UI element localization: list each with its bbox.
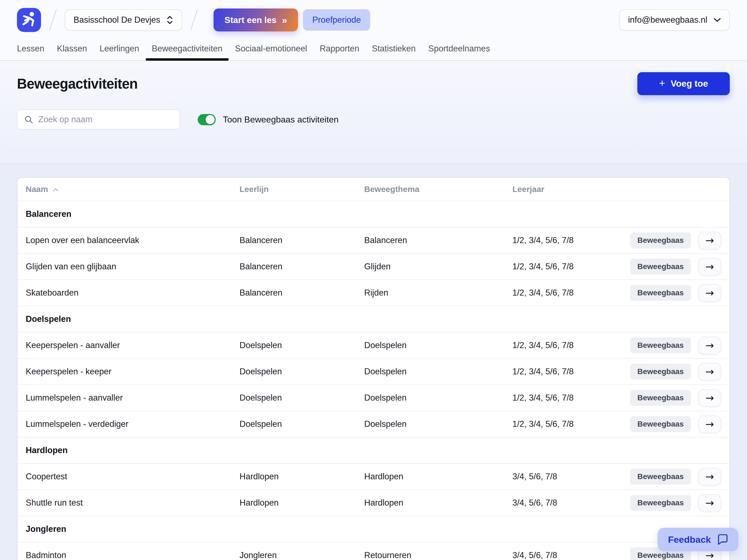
feedback-button[interactable]: Feedback — [658, 528, 738, 551]
column-header-naam[interactable]: Naam — [26, 184, 239, 194]
beweegbaas-badge: Beweegbaas — [630, 232, 691, 248]
beweegbaas-badge: Beweegbaas — [630, 469, 691, 485]
activity-name: Lopen over een balanceervlak — [26, 235, 239, 245]
group-name: Doelspelen — [26, 314, 239, 324]
open-activity-button[interactable]: → — [698, 337, 721, 354]
activities-table: Naam Leerlijn Beweegthema Leerjaar Balan… — [17, 177, 730, 560]
activity-leerlijn: Hardlopen — [239, 498, 364, 508]
activity-leerjaar: 1/2, 3/4, 5/6, 7/8 — [512, 393, 630, 403]
plus-icon: + — [659, 77, 665, 89]
column-header-leerlijn[interactable]: Leerlijn — [239, 184, 364, 194]
start-lesson-button[interactable]: Start een les » — [213, 8, 298, 31]
activity-beweegthema: Hardlopen — [364, 498, 512, 508]
table-row[interactable]: BadmintonJonglerenRetourneren3/4, 5/6, 7… — [18, 542, 729, 560]
tab-klassen[interactable]: Klassen — [57, 37, 87, 60]
tab-rapporten[interactable]: Rapporten — [319, 37, 359, 60]
activity-leerjaar: 1/2, 3/4, 5/6, 7/8 — [512, 288, 630, 298]
tab-sportdeelnames[interactable]: Sportdeelnames — [428, 37, 490, 60]
table-row[interactable]: Lummelspelen - verdedigerDoelspelenDoels… — [18, 411, 729, 437]
start-lesson-label: Start een les — [225, 15, 277, 25]
activity-leerlijn: Hardlopen — [239, 472, 364, 482]
arrow-right-icon: → — [705, 365, 714, 378]
table-row[interactable]: CoopertestHardlopenHardlopen3/4, 5/6, 7/… — [18, 463, 729, 489]
arrow-right-icon: → — [705, 339, 714, 351]
activity-leerlijn: Balanceren — [239, 235, 364, 245]
beweegbaas-badge: Beweegbaas — [630, 364, 691, 380]
tab-beweegactiviteiten[interactable]: Beweegactiviteiten — [152, 37, 223, 60]
table-row[interactable]: Shuttle run testHardlopenHardlopen3/4, 5… — [18, 489, 729, 516]
activity-leerjaar: 3/4, 5/6, 7/8 — [512, 472, 630, 482]
add-activity-label: Voeg toe — [671, 78, 708, 89]
sort-asc-icon — [52, 188, 58, 192]
activity-name: Lummelspelen - aanvaller — [26, 393, 239, 403]
column-header-beweegthema[interactable]: Beweegthema — [364, 184, 512, 194]
beweegbaas-badge: Beweegbaas — [630, 416, 691, 432]
activity-beweegthema: Doelspelen — [364, 367, 512, 377]
activity-name: Keeperspelen - aanvaller — [26, 340, 239, 350]
topbar: Basisschool De Devjes Start een les » Pr… — [0, 0, 747, 37]
beweegbaas-badge: Beweegbaas — [630, 285, 691, 301]
tab-lessen[interactable]: Lessen — [17, 37, 44, 60]
beweegbaas-logo[interactable] — [17, 8, 41, 32]
activity-beweegthema: Balanceren — [364, 235, 512, 245]
search-box — [17, 109, 180, 130]
app-header: Basisschool De Devjes Start een les » Pr… — [0, 0, 747, 61]
search-input[interactable] — [38, 114, 173, 124]
arrow-right-icon: → — [705, 470, 714, 483]
activity-leerjaar: 1/2, 3/4, 5/6, 7/8 — [512, 419, 630, 429]
tab-leerlingen[interactable]: Leerlingen — [100, 37, 139, 60]
runner-icon — [21, 11, 37, 29]
open-activity-button[interactable]: → — [698, 389, 721, 407]
arrow-right-icon: → — [705, 497, 714, 509]
open-activity-button[interactable]: → — [698, 415, 721, 433]
arrow-right-icon: → — [705, 392, 714, 404]
table-row[interactable]: Keeperspelen - keeperDoelspelenDoelspele… — [18, 358, 729, 384]
tab-sociaal-emotioneel[interactable]: Sociaal-emotioneel — [235, 37, 307, 60]
table-row[interactable]: Lummelspelen - aanvallerDoelspelenDoelsp… — [18, 384, 729, 411]
table-row[interactable]: Keeperspelen - aanvallerDoelspelenDoelsp… — [18, 332, 729, 358]
school-selector[interactable]: Basisschool De Devjes — [65, 9, 182, 31]
arrow-right-icon: → — [705, 234, 714, 246]
activity-leerlijn: Jongleren — [239, 551, 364, 560]
activity-beweegthema: Hardlopen — [364, 472, 512, 482]
arrow-right-icon: → — [705, 418, 714, 430]
account-email: info@beweegbaas.nl — [628, 15, 707, 25]
open-activity-button[interactable]: → — [698, 284, 721, 302]
toggle-label: Toon Beweegbaas activiteiten — [223, 114, 338, 125]
table-body: BalancerenLopen over een balanceervlakBa… — [18, 201, 729, 560]
activity-name: Shuttle run test — [26, 498, 239, 508]
add-activity-button[interactable]: + Voeg toe — [637, 72, 730, 95]
divider-slash — [49, 9, 57, 31]
activity-beweegthema: Doelspelen — [364, 419, 512, 429]
activity-name: Keeperspelen - keeper — [26, 367, 239, 377]
activity-leerlijn: Doelspelen — [239, 340, 364, 350]
activity-beweegthema: Retourneren — [364, 551, 512, 560]
open-activity-button[interactable]: → — [698, 232, 721, 249]
activity-leerjaar: 1/2, 3/4, 5/6, 7/8 — [512, 340, 630, 350]
feedback-label: Feedback — [668, 534, 711, 545]
beweegbaas-badge: Beweegbaas — [630, 495, 691, 511]
open-activity-button[interactable]: → — [698, 468, 721, 486]
activity-name: Coopertest — [26, 472, 239, 482]
activity-leerjaar: 1/2, 3/4, 5/6, 7/8 — [512, 235, 630, 245]
column-header-leerjaar[interactable]: Leerjaar — [512, 184, 630, 194]
page-title: Beweegactiviteiten — [17, 76, 137, 92]
activity-leerjaar: 1/2, 3/4, 5/6, 7/8 — [512, 262, 630, 272]
table-row[interactable]: SkateboardenBalancerenRijden1/2, 3/4, 5/… — [18, 279, 729, 306]
speech-bubble-icon — [717, 534, 728, 545]
tab-statistieken[interactable]: Statistieken — [372, 37, 416, 60]
table-row[interactable]: Lopen over een balanceervlakBalancerenBa… — [18, 227, 729, 253]
group-name: Hardlopen — [26, 446, 239, 455]
open-activity-button[interactable]: → — [698, 258, 721, 276]
chevron-down-icon — [713, 18, 721, 22]
open-activity-button[interactable]: → — [698, 494, 721, 512]
open-activity-button[interactable]: → — [698, 363, 721, 381]
account-menu[interactable]: info@beweegbaas.nl — [619, 9, 730, 31]
group-name: Balanceren — [26, 209, 239, 219]
activity-leerjaar: 1/2, 3/4, 5/6, 7/8 — [512, 367, 630, 377]
activity-leerjaar: 3/4, 5/6, 7/8 — [512, 551, 630, 560]
show-beweegbaas-toggle[interactable] — [198, 114, 216, 125]
school-selector-label: Basisschool De Devjes — [74, 15, 160, 25]
beweegbaas-badge: Beweegbaas — [630, 390, 691, 406]
table-row[interactable]: Glijden van een glijbaanBalancerenGlijde… — [18, 253, 729, 279]
